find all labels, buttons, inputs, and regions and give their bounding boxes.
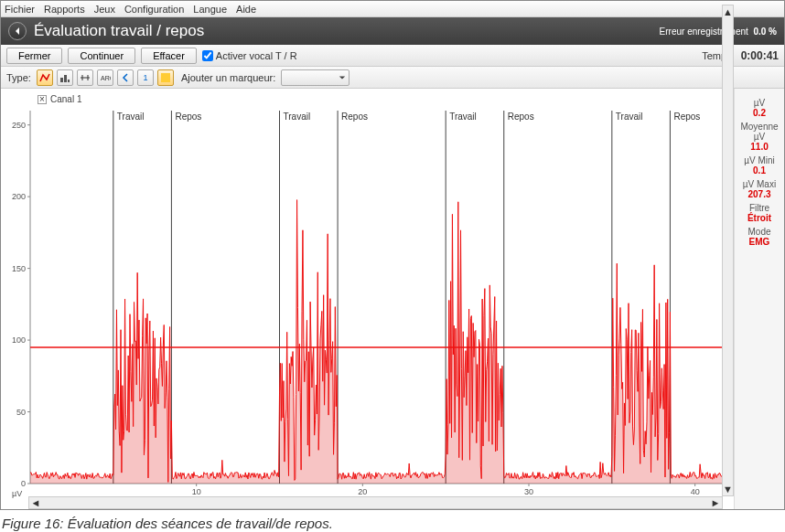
- svg-text:Travail: Travail: [117, 112, 145, 122]
- vocal-checkbox-label: Activer vocal T / R: [216, 50, 297, 61]
- svg-text:0: 0: [21, 479, 26, 488]
- svg-text:Repos: Repos: [175, 112, 201, 122]
- scrollbar-vertical[interactable]: ▲ ▼: [722, 5, 734, 496]
- stat-min-value: 0.1: [737, 165, 782, 176]
- step-value-icon[interactable]: 1: [137, 69, 154, 86]
- vocal-checkbox[interactable]: Activer vocal T / R: [202, 50, 297, 61]
- stat-uv-value: 0.2: [737, 108, 782, 118]
- stat-avg-value: 11.0: [737, 142, 782, 152]
- svg-text:150: 150: [12, 264, 26, 273]
- clear-button[interactable]: Effacer: [141, 48, 197, 64]
- back-button[interactable]: [8, 22, 27, 40]
- stat-avg-label: Moyenne µV: [737, 122, 782, 142]
- svg-text:Repos: Repos: [508, 112, 534, 122]
- timer-value: 0:00:41: [741, 49, 779, 62]
- marker-label: Ajouter un marqueur:: [181, 72, 275, 83]
- menubar: Fichier Rapports Jeux Configuration Lang…: [1, 1, 784, 17]
- svg-text:100: 100: [12, 335, 26, 345]
- svg-rect-0: [60, 78, 63, 82]
- stat-filter-label: Filtre: [737, 203, 782, 213]
- app-window: Fichier Rapports Jeux Configuration Lang…: [0, 0, 785, 510]
- type-label: Type:: [6, 72, 31, 83]
- stat-max-value: 207.3: [737, 189, 782, 199]
- svg-text:µV: µV: [12, 489, 22, 498]
- scroll-down-arrow-icon[interactable]: ▼: [723, 483, 733, 495]
- svg-rect-1: [64, 75, 67, 82]
- svg-text:250: 250: [12, 121, 26, 130]
- page-title: Évaluation travail / repos: [34, 22, 204, 40]
- stat-mode-value: EMG: [737, 237, 782, 247]
- scroll-right-arrow-icon[interactable]: ►: [709, 497, 722, 508]
- svg-rect-2: [68, 80, 70, 82]
- menu-aide[interactable]: Aide: [236, 4, 256, 15]
- stat-max-label: µV Maxi: [737, 179, 782, 189]
- chart-type-area-icon[interactable]: ARG: [97, 69, 113, 86]
- chart-toolbar: Type: ARG 1 Ajouter un marqueur:: [1, 67, 784, 89]
- svg-text:Travail: Travail: [449, 112, 477, 122]
- status-text: Erreur enregistrement 0.0 %: [660, 27, 777, 37]
- menu-langue[interactable]: Langue: [193, 4, 227, 15]
- menu-rapports[interactable]: Rapports: [44, 4, 85, 15]
- stats-panel: µV 0.2 Moyenne µV 11.0 µV Mini 0.1 µV Ma…: [734, 89, 784, 509]
- svg-text:ARG: ARG: [101, 75, 111, 81]
- body-row: × Canal 1 050100150200250µV10203040Trava…: [1, 89, 784, 509]
- svg-rect-7: [161, 73, 170, 82]
- svg-text:200: 200: [12, 192, 26, 201]
- stat-filter-value: Étroit: [737, 213, 782, 223]
- svg-text:50: 50: [16, 408, 26, 417]
- continue-button[interactable]: Continuer: [68, 48, 135, 64]
- close-button[interactable]: Fermer: [6, 48, 62, 64]
- svg-text:30: 30: [524, 487, 533, 496]
- scroll-up-arrow-icon[interactable]: ▲: [723, 5, 733, 18]
- scrollbar-horizontal[interactable]: ◄ ►: [28, 496, 723, 509]
- svg-text:10: 10: [192, 487, 201, 496]
- svg-text:Travail: Travail: [616, 112, 643, 122]
- svg-text:20: 20: [358, 487, 367, 496]
- svg-text:Travail: Travail: [284, 112, 311, 122]
- action-toolbar: Fermer Continuer Effacer Activer vocal T…: [1, 45, 784, 67]
- figure-caption: Figure 16: Évaluation des séances de tra…: [0, 510, 785, 532]
- svg-text:Repos: Repos: [341, 112, 368, 122]
- menu-configuration[interactable]: Configuration: [124, 4, 184, 15]
- menu-jeux[interactable]: Jeux: [94, 4, 115, 15]
- titlebar: Évaluation travail / repos Erreur enregi…: [1, 17, 784, 45]
- stat-mode-label: Mode: [737, 227, 782, 237]
- menu-fichier[interactable]: Fichier: [5, 4, 35, 15]
- grid-toggle-icon[interactable]: [157, 69, 174, 86]
- marker-combo[interactable]: [281, 69, 349, 86]
- chart-type-hbar-icon[interactable]: [77, 69, 93, 86]
- scroll-left-icon[interactable]: [117, 69, 134, 86]
- svg-text:Repos: Repos: [673, 112, 700, 122]
- chart-area[interactable]: × Canal 1 050100150200250µV10203040Trava…: [1, 89, 734, 509]
- svg-text:40: 40: [691, 487, 700, 496]
- chart-type-line-icon[interactable]: [37, 69, 53, 86]
- vocal-checkbox-input[interactable]: [202, 50, 213, 61]
- stat-uv-label: µV: [737, 98, 782, 108]
- chart-type-bar-icon[interactable]: [57, 69, 73, 86]
- chart-svg: 050100150200250µV10203040TravailReposTra…: [1, 89, 734, 509]
- stat-min-label: µV Mini: [737, 155, 782, 165]
- scroll-left-arrow-icon[interactable]: ◄: [29, 497, 42, 508]
